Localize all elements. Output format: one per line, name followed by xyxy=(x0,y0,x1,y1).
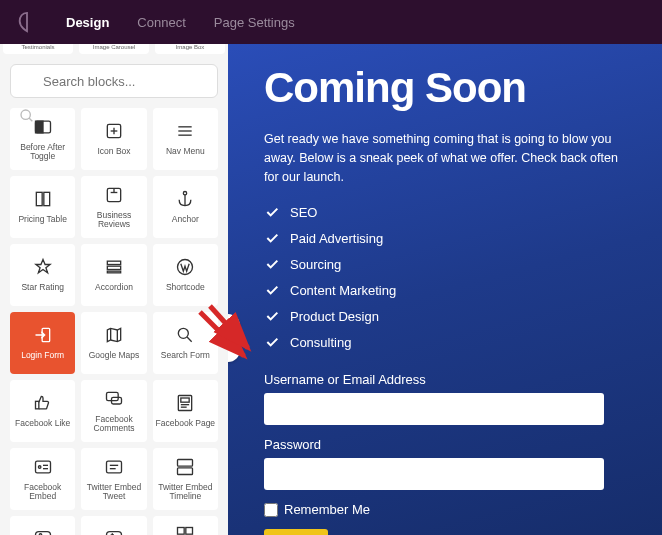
peek-item[interactable]: Image Box xyxy=(155,44,225,54)
block-label: Twitter Embed Timeline xyxy=(153,483,218,502)
block-shortcode[interactable]: Shortcode xyxy=(153,244,218,306)
page-title: Coming Soon xyxy=(264,64,632,112)
block-label: Google Maps xyxy=(89,351,140,360)
svg-rect-18 xyxy=(107,266,120,269)
block-label: Search Form xyxy=(161,351,210,360)
block-label: Icon Box xyxy=(97,147,130,156)
check-icon xyxy=(264,204,280,220)
svg-point-24 xyxy=(179,329,189,339)
nav-design[interactable]: Design xyxy=(66,15,109,30)
nav-connect[interactable]: Connect xyxy=(137,15,185,30)
iconbox-icon xyxy=(104,121,124,141)
svg-rect-33 xyxy=(35,461,50,473)
block-label: Facebook Embed xyxy=(10,483,75,502)
block-pricing-table[interactable]: Pricing Table xyxy=(10,176,75,238)
twtweet-icon xyxy=(104,457,124,477)
feature-item: Content Marketing xyxy=(264,282,632,298)
password-input[interactable] xyxy=(264,458,604,490)
check-icon xyxy=(264,334,280,350)
block-icon-box[interactable]: Icon Box xyxy=(81,108,146,170)
peek-item[interactable]: Image Carousel xyxy=(79,44,149,54)
block-twitter-embed-timeline[interactable]: Twitter Embed Timeline xyxy=(153,448,218,510)
block-accordion[interactable]: Accordion xyxy=(81,244,146,306)
svg-line-25 xyxy=(187,337,192,342)
fbembed-icon xyxy=(33,457,53,477)
table-icon xyxy=(33,189,53,209)
svg-rect-45 xyxy=(178,527,185,534)
fbcomments-icon xyxy=(104,389,124,409)
block-label: Pricing Table xyxy=(18,215,67,224)
block-advanced-gallery[interactable]: Advanced Gallery xyxy=(153,516,218,535)
search-icon xyxy=(175,325,195,345)
block-twitter-embed-tweet[interactable]: Twitter Embed Tweet xyxy=(81,448,146,510)
svg-point-34 xyxy=(38,465,41,468)
block-anchor[interactable]: Anchor xyxy=(153,176,218,238)
username-label: Username or Email Address xyxy=(264,372,632,387)
intro-text: Get ready we have something coming that … xyxy=(264,130,624,186)
check-icon xyxy=(264,308,280,324)
feature-item: Consulting xyxy=(264,334,632,350)
block-label: Facebook Comments xyxy=(81,415,146,434)
svg-line-1 xyxy=(29,118,32,121)
svg-point-0 xyxy=(21,110,30,119)
map-icon xyxy=(104,325,124,345)
twbtn-icon xyxy=(33,525,53,535)
block-search-form[interactable]: Search Form xyxy=(153,312,218,374)
feature-label: Product Design xyxy=(290,309,379,324)
fblike-icon xyxy=(33,393,53,413)
remember-label: Remember Me xyxy=(284,502,370,517)
block-label: Before After Toggle xyxy=(10,143,75,162)
search-input[interactable] xyxy=(10,64,218,98)
username-input[interactable] xyxy=(264,393,604,425)
block-label: Accordion xyxy=(95,283,133,292)
feature-item: SEO xyxy=(264,204,632,220)
svg-rect-17 xyxy=(107,261,120,264)
check-icon xyxy=(264,230,280,246)
block-label: Nav Menu xyxy=(166,147,205,156)
blocks-grid: Before After ToggleIcon BoxNav MenuPrici… xyxy=(0,108,228,535)
login-icon xyxy=(33,325,53,345)
login-button[interactable]: Log In xyxy=(264,529,328,535)
fbpage-icon xyxy=(175,393,195,413)
nav-page-settings[interactable]: Page Settings xyxy=(214,15,295,30)
block-label: Business Reviews xyxy=(81,211,146,230)
peek-item[interactable]: Testimonials xyxy=(3,44,73,54)
search-icon xyxy=(19,108,35,124)
svg-rect-40 xyxy=(178,459,193,466)
block-facebook-comments[interactable]: Facebook Comments xyxy=(81,380,146,442)
wp-icon xyxy=(175,257,195,277)
feature-item: Sourcing xyxy=(264,256,632,272)
svg-rect-10 xyxy=(36,193,42,206)
block-facebook-embed[interactable]: Facebook Embed xyxy=(10,448,75,510)
check-icon xyxy=(264,256,280,272)
svg-rect-19 xyxy=(107,271,120,273)
block-facebook-like[interactable]: Facebook Like xyxy=(10,380,75,442)
block-label: Facebook Like xyxy=(15,419,70,428)
feature-item: Paid Advertising xyxy=(264,230,632,246)
accordion-icon xyxy=(104,257,124,277)
block-twitter-follow-button[interactable]: Twitter Follow Button xyxy=(81,516,146,535)
svg-rect-11 xyxy=(43,193,49,206)
menu-icon xyxy=(175,121,195,141)
review-icon xyxy=(104,185,124,205)
password-label: Password xyxy=(264,437,632,452)
feature-label: Consulting xyxy=(290,335,351,350)
block-twitter-tweet-button[interactable]: Twitter Tweet Button xyxy=(10,516,75,535)
remember-me[interactable]: Remember Me xyxy=(264,502,632,517)
toggle-icon xyxy=(33,117,53,137)
block-label: Star Rating xyxy=(21,283,64,292)
svg-point-15 xyxy=(184,192,187,195)
feature-list: SEOPaid AdvertisingSourcingContent Marke… xyxy=(264,204,632,350)
collapse-handle[interactable]: ‹ xyxy=(228,314,240,362)
block-login-form[interactable]: Login Form xyxy=(10,312,75,374)
block-star-rating[interactable]: Star Rating xyxy=(10,244,75,306)
block-business-reviews[interactable]: Business Reviews xyxy=(81,176,146,238)
remember-checkbox[interactable] xyxy=(264,503,278,517)
twtimeline-icon xyxy=(175,457,195,477)
gallery-icon xyxy=(175,525,195,535)
block-nav-menu[interactable]: Nav Menu xyxy=(153,108,218,170)
block-label: Facebook Page xyxy=(156,419,216,428)
topbar: Design Connect Page Settings xyxy=(0,0,662,44)
block-google-maps[interactable]: Google Maps xyxy=(81,312,146,374)
block-facebook-page[interactable]: Facebook Page xyxy=(153,380,218,442)
